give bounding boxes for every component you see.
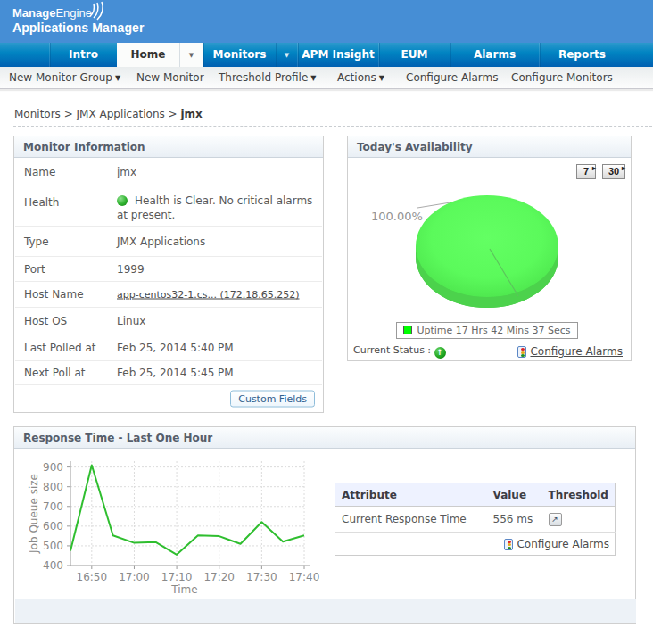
attribute-table: Attribute Value Threshold Current Respon… [335, 483, 616, 556]
mini-arrow-icon: ▸ [592, 161, 596, 175]
attr-row-current-response-time: Current Response Time 556 ms ↗ [335, 507, 616, 533]
mini-arrow-icon: ▸ [622, 161, 625, 175]
uptime-legend-color-icon [403, 326, 412, 334]
svg-text:17:00: 17:00 [119, 571, 150, 583]
row-name: Name jmx [15, 159, 322, 186]
health-ok-icon [117, 195, 128, 206]
page: ManageEngine Applications Manager Intro … [0, 0, 653, 644]
status-up-icon: ↑ [434, 347, 446, 359]
breadcrumb-current: jmx [180, 108, 202, 120]
brand-logo: ManageEngine Applications Manager [12, 6, 144, 36]
uptime-legend: Uptime 17 Hrs 42 Mins 37 Secs [396, 322, 578, 339]
response-time-panel: Response Time - Last One Hour 4005006007… [13, 426, 636, 624]
row-host-os: Host OS Linux [15, 308, 322, 334]
traffic-light-icon [517, 346, 526, 358]
tab-home-dropdown-icon[interactable]: ▼ [179, 43, 203, 67]
sub-nav: New Monitor Group▼ New Monitor Threshold… [0, 67, 653, 89]
row-custom-fields: Custom Fields [15, 385, 322, 412]
main-nav: Intro Home ▼ Monitors ▼ APM Insight EUM … [0, 43, 653, 67]
tab-home[interactable]: Home [117, 43, 179, 67]
svg-text:17:40: 17:40 [289, 571, 320, 583]
tab-reports[interactable]: Reports [539, 43, 624, 67]
response-time-chart: 40050060070080090016:5017:0017:1017:2017… [10, 454, 322, 604]
availability-pie-chart [348, 183, 632, 326]
caret-down-icon: ▼ [310, 74, 316, 82]
traffic-light-icon [504, 539, 513, 550]
app-header: ManageEngine Applications Manager [0, 0, 653, 43]
subnav-threshold-profile[interactable]: Threshold Profile▼ [219, 67, 316, 88]
svg-text:17:30: 17:30 [246, 571, 277, 583]
tab-monitors[interactable]: Monitors [203, 43, 276, 67]
uptime-legend-text: Uptime 17 Hrs 42 Mins 37 Secs [417, 325, 570, 336]
tab-apm-insight[interactable]: APM Insight [297, 43, 378, 67]
svg-text:700: 700 [43, 500, 63, 513]
monitor-information-panel: Monitor Information Name jmx Health Heal… [13, 136, 324, 413]
svg-text:900: 900 [43, 461, 63, 474]
svg-text:16:50: 16:50 [77, 571, 108, 583]
threshold-edit-icon[interactable]: ↗ [549, 513, 562, 526]
caret-down-icon: ▼ [379, 74, 384, 82]
row-port: Port 1999 [15, 257, 322, 282]
row-host-name: Host Name app-centos32-1.cs... (172.18.6… [15, 282, 322, 308]
svg-text:600: 600 [43, 520, 63, 533]
brand-swoosh-icon [88, 1, 110, 21]
row-type: Type JMX Applications [15, 227, 322, 257]
availability-panel: Today's Availability 7▸ 30▸ 100.00% Upti… [347, 136, 632, 361]
availability-title: Today's Availability [348, 136, 631, 158]
tab-eum[interactable]: EUM [378, 43, 450, 67]
last-30-days-button[interactable]: 30▸ [602, 164, 625, 179]
svg-text:Job Queue size: Job Queue size [28, 474, 40, 554]
subnav-configure-alarms[interactable]: Configure Alarms [406, 67, 499, 88]
subnav-actions[interactable]: Actions▼ [337, 67, 384, 88]
health-text: Health is Clear. No critical alarms at p… [117, 194, 312, 221]
response-configure-alarms[interactable]: Configure Alarms [504, 538, 609, 550]
breadcrumb-divider [13, 126, 652, 127]
custom-fields-button[interactable]: Custom Fields [230, 391, 315, 408]
row-last-polled: Last Polled at Feb 25, 2014 5:40 PM [15, 334, 322, 361]
attr-value: 556 ms [487, 507, 542, 533]
attr-table-footer-row: Configure Alarms [335, 533, 616, 556]
subnav-new-monitor-group[interactable]: New Monitor Group▼ [9, 67, 120, 88]
breadcrumb: Monitors > JMX Applications > jmx [14, 108, 203, 120]
breadcrumb-path[interactable]: Monitors > JMX Applications > [14, 108, 180, 120]
caret-down-icon: ▼ [115, 74, 120, 82]
svg-text:800: 800 [43, 481, 63, 493]
brand-line2: Applications Manager [12, 20, 144, 36]
brand-line1: ManageEngine [12, 6, 144, 20]
tab-alarms[interactable]: Alarms [450, 43, 539, 67]
availability-configure-alarms[interactable]: Configure Alarms [517, 345, 623, 358]
subnav-new-monitor[interactable]: New Monitor [136, 67, 204, 88]
tab-monitors-dropdown-icon[interactable]: ▼ [276, 43, 297, 67]
value-col-header: Value [487, 483, 542, 507]
attr-name: Current Response Time [335, 507, 487, 533]
subnav-configure-monitors[interactable]: Configure Monitors [511, 67, 613, 88]
svg-text:17:10: 17:10 [161, 571, 193, 583]
monitor-information-title: Monitor Information [14, 136, 323, 158]
svg-text:17:20: 17:20 [203, 571, 235, 583]
row-next-poll: Next Poll at Feb 25, 2014 5:45 PM [15, 361, 322, 385]
response-time-title: Response Time - Last One Hour [14, 427, 635, 449]
threshold-col-header: Threshold [542, 483, 616, 507]
host-name-link[interactable]: app-centos32-1.cs... (172.18.65.252) [117, 289, 300, 301]
tab-intro[interactable]: Intro [49, 43, 117, 67]
current-status-label: Current Status : [353, 344, 434, 356]
current-status-row: Current Status : ↑ Configure Alarms [353, 344, 626, 360]
last-7-days-button[interactable]: 7▸ [576, 164, 596, 179]
attr-col-header: Attribute [335, 483, 487, 507]
row-health: Health Health is Clear. No critical alar… [15, 186, 322, 227]
svg-text:Time: Time [170, 583, 197, 596]
svg-text:500: 500 [43, 540, 63, 552]
svg-text:400: 400 [43, 559, 63, 572]
